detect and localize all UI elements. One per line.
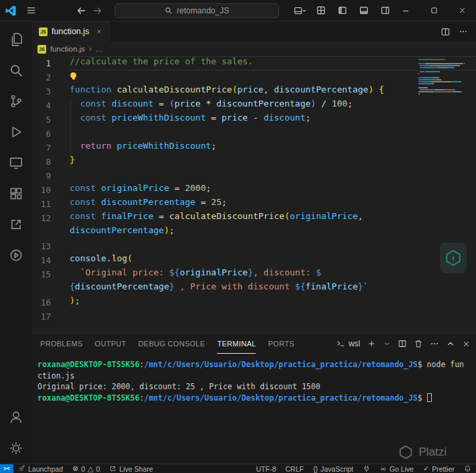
- minimize-button[interactable]: [392, 0, 420, 21]
- line-number[interactable]: [32, 225, 51, 239]
- tab-close-icon[interactable]: [96, 28, 102, 35]
- line-number[interactable]: 8: [32, 155, 51, 169]
- code-row[interactable]: console.log(: [70, 253, 476, 267]
- line-number[interactable]: 12: [32, 211, 51, 225]
- terminal-shell-selector[interactable]: wsl: [336, 339, 360, 348]
- grid-layout-icon[interactable]: [315, 3, 327, 18]
- code-runner-icon[interactable]: [0, 240, 32, 271]
- code-row[interactable]: [70, 169, 476, 183]
- toggle-secondary-sidebar-icon[interactable]: [380, 3, 392, 18]
- line-number[interactable]: [32, 281, 51, 295]
- language-status[interactable]: {} JavaScript: [309, 464, 358, 473]
- panel-tab-problems[interactable]: PROBLEMS: [40, 334, 83, 354]
- line-number[interactable]: 3: [32, 84, 51, 98]
- code-row[interactable]: discountPercentage);: [70, 225, 476, 239]
- breadcrumb[interactable]: JS function.js › …: [32, 42, 476, 56]
- customize-layout-icon[interactable]: [294, 3, 306, 18]
- panel-tab-ports[interactable]: PORTS: [268, 334, 294, 354]
- lightbulb-icon[interactable]: [70, 72, 76, 78]
- go-live-status[interactable]: Go Live: [375, 464, 418, 473]
- source-control-icon[interactable]: [0, 86, 32, 117]
- code-row[interactable]: const priceWhithDiscount = price - disco…: [70, 113, 476, 127]
- panel-tab-terminal[interactable]: TERMINAL: [217, 334, 256, 354]
- line-number[interactable]: 14: [32, 253, 51, 267]
- new-terminal-icon[interactable]: [367, 339, 376, 348]
- panel-tab-output[interactable]: OUTPUT: [95, 334, 127, 354]
- command-center-search[interactable]: retomando_JS: [114, 3, 279, 18]
- code-editor[interactable]: 1234567891011121314151617 //calculate th…: [32, 56, 476, 333]
- launchpad-status[interactable]: Launchpad: [13, 464, 68, 473]
- code-row[interactable]: const discountPercentage = 25;: [70, 197, 476, 211]
- code-token: originalPrice: [290, 211, 358, 221]
- breadcrumb-file[interactable]: function.js: [50, 45, 85, 53]
- editor-more-actions-icon[interactable]: [459, 27, 468, 36]
- remote-indicator[interactable]: ><: [0, 464, 13, 473]
- code-row[interactable]: [70, 70, 476, 84]
- code-row[interactable]: const finalPrice = calculateDiscountPric…: [70, 211, 476, 225]
- toggle-sidebar-icon[interactable]: [337, 3, 349, 18]
- code-row[interactable]: //calculate the price of the sales.: [70, 56, 476, 70]
- remote-explorer-icon[interactable]: [0, 147, 32, 178]
- back-arrow-icon[interactable]: [75, 5, 87, 16]
- minimap[interactable]: [418, 59, 472, 97]
- maximize-button[interactable]: [420, 0, 448, 21]
- search-sidebar-icon[interactable]: [0, 55, 32, 86]
- run-debug-icon[interactable]: [0, 117, 32, 147]
- line-number[interactable]: 6: [32, 127, 51, 141]
- toggle-panel-icon[interactable]: [358, 3, 370, 18]
- live-share-icon[interactable]: [0, 209, 32, 240]
- panel-more-actions-icon[interactable]: [430, 339, 439, 348]
- line-number[interactable]: 15: [32, 267, 51, 281]
- code-row[interactable]: {discountPercentage} , Price with discou…: [70, 281, 476, 295]
- panel-tab-debug-console[interactable]: DEBUG CONSOLE: [139, 334, 206, 354]
- code-token: discountPercentage: [101, 197, 195, 207]
- line-number[interactable]: 9: [32, 169, 51, 183]
- settings-gear-icon[interactable]: [0, 433, 32, 464]
- split-terminal-icon[interactable]: [398, 339, 407, 348]
- account-icon[interactable]: [0, 402, 32, 433]
- problems-status[interactable]: ⊗ 0 △ 0: [68, 464, 104, 473]
- line-number[interactable]: 1: [32, 56, 51, 70]
- extensions-icon[interactable]: [0, 178, 32, 209]
- close-window-button[interactable]: [448, 0, 476, 21]
- code-row[interactable]: const discount = (price * discountPercen…: [70, 98, 476, 113]
- breadcrumb-more[interactable]: …: [96, 45, 104, 53]
- explorer-icon[interactable]: [0, 24, 32, 55]
- code-row[interactable]: function calculateDiscountPrice(price, d…: [70, 84, 476, 98]
- close-panel-icon[interactable]: [462, 340, 471, 348]
- line-number[interactable]: 10: [32, 183, 51, 197]
- line-number[interactable]: 11: [32, 197, 51, 211]
- line-number[interactable]: 4: [32, 98, 51, 113]
- live-share-status[interactable]: Live Share: [104, 464, 157, 473]
- notifications-status[interactable]: [459, 464, 476, 473]
- eol-status[interactable]: CRLF: [281, 464, 308, 473]
- line-number[interactable]: 17: [32, 310, 51, 324]
- split-editor-icon[interactable]: [441, 27, 451, 37]
- line-number[interactable]: 2: [32, 70, 51, 84]
- terminal-content[interactable]: roxana@DESKTOP-8TS5K56:/mnt/c/Users/Usua…: [32, 354, 476, 403]
- code-row[interactable]: return priceWhithDiscount;: [70, 141, 476, 155]
- code-token: 25: [211, 197, 222, 207]
- encoding-status[interactable]: UTF-8: [252, 464, 281, 473]
- code-row[interactable]: [70, 310, 476, 324]
- code-row[interactable]: `Original price: ${originalPrice}, disco…: [70, 267, 476, 281]
- tab-function-js[interactable]: JS function.js: [32, 21, 110, 42]
- maximize-panel-icon[interactable]: [446, 339, 455, 348]
- line-number[interactable]: 13: [32, 239, 51, 253]
- forward-arrow-icon[interactable]: [92, 5, 104, 16]
- code-row[interactable]: }: [70, 155, 476, 169]
- code-row[interactable]: );: [70, 295, 476, 310]
- line-number[interactable]: 5: [32, 113, 51, 127]
- line-number[interactable]: 7: [32, 141, 51, 155]
- terminal-dropdown-chevron-icon[interactable]: [383, 340, 391, 348]
- ports-status[interactable]: [358, 464, 375, 473]
- code-row[interactable]: [70, 127, 476, 141]
- line-number[interactable]: 16: [32, 295, 51, 310]
- code-row[interactable]: [70, 239, 476, 253]
- kill-terminal-icon[interactable]: [414, 339, 423, 348]
- code-row[interactable]: const originalPrice = 2000;: [70, 183, 476, 197]
- menu-icon[interactable]: [25, 5, 37, 15]
- prettier-status[interactable]: ✓ Prettier: [418, 464, 459, 473]
- code-token: , discount:: [253, 267, 316, 277]
- terminal-line: roxana@DESKTOP-8TS5K56:/mnt/c/Users/Usua…: [37, 393, 473, 404]
